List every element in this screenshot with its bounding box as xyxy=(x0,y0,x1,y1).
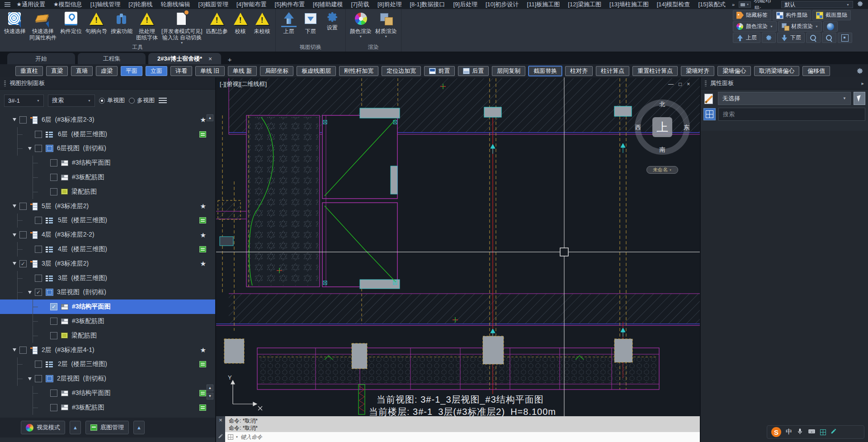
command-history[interactable]: 命令: *取消* 命令: *取消* xyxy=(225,416,700,432)
compass-south[interactable]: 南 xyxy=(635,146,690,154)
microphone-icon[interactable] xyxy=(797,428,803,437)
tool-button[interactable]: 梁墙偏心 xyxy=(717,66,751,76)
menu-item[interactable]: [12]梁施工图 xyxy=(564,0,605,9)
ribbon-mini-button[interactable]: 隐藏标签 xyxy=(733,10,771,20)
app-icon[interactable] xyxy=(5,2,10,7)
tool-button[interactable]: 平面 xyxy=(121,66,142,76)
checkbox[interactable]: ✓ xyxy=(19,260,27,267)
ribbon-mini-button[interactable] xyxy=(823,21,838,32)
ribbon-tool-button[interactable]: 校核 xyxy=(230,10,251,35)
ime-toolbox-icon[interactable] xyxy=(830,428,837,436)
menu-item[interactable]: [11]板施工图 xyxy=(523,0,564,9)
checkbox[interactable] xyxy=(19,231,27,238)
checkbox[interactable] xyxy=(35,145,42,152)
layout-select[interactable]: 默认▼ xyxy=(781,1,853,8)
tab-add-button[interactable]: + xyxy=(224,54,236,64)
ime-grid-icon[interactable] xyxy=(820,429,826,435)
tree-item[interactable]: #3板配筋图 xyxy=(0,170,215,185)
command-options-icon[interactable] xyxy=(228,434,233,440)
base-map-button[interactable]: 底图管理 xyxy=(85,421,129,434)
favorite-star-icon[interactable]: ★ xyxy=(200,203,206,209)
panel-header[interactable]: 属性面板 ▸ xyxy=(701,77,868,90)
menu-item[interactable]: [13]墙柱施工图 xyxy=(605,0,653,9)
checkbox[interactable] xyxy=(50,332,57,339)
tab-close-icon[interactable]: × xyxy=(208,55,212,62)
menu-item[interactable]: [4]智能布置 xyxy=(232,0,270,9)
tool-button[interactable]: 详看 xyxy=(170,66,192,76)
ribbon-tool-button[interactable]: 未校核 xyxy=(251,10,273,35)
checkbox[interactable] xyxy=(19,116,27,124)
ribbon-tool-button[interactable]: 快速选择 xyxy=(2,10,28,35)
minimize-icon[interactable]: — xyxy=(668,81,674,87)
checkbox[interactable] xyxy=(35,361,42,368)
expander-icon[interactable] xyxy=(11,262,18,265)
ribbon-tool-button[interactable]: 材质渲染▼ xyxy=(373,10,399,39)
ribbon-tool-button[interactable]: 下层 xyxy=(300,10,321,35)
ribbon-mini-button[interactable] xyxy=(762,33,776,43)
settings-gear-icon[interactable] xyxy=(857,0,863,9)
checkbox[interactable] xyxy=(50,404,57,411)
panel-collapse-icon[interactable]: ▸ xyxy=(861,81,864,86)
checkbox[interactable] xyxy=(50,174,57,181)
ribbon-tool-button[interactable]: 匹配总参 xyxy=(204,10,230,35)
compass-top-face[interactable]: 上 xyxy=(652,117,672,137)
menu-item[interactable]: [5]构件布置 xyxy=(271,0,309,9)
tool-button[interactable]: 垂直柱 xyxy=(15,66,43,76)
ribbon-mini-button[interactable]: 上层 xyxy=(733,33,760,43)
pick-object-button[interactable] xyxy=(854,92,865,105)
tool-button[interactable]: 刚性杆加宽 xyxy=(339,66,378,76)
expander-icon[interactable] xyxy=(26,291,33,294)
tree-item[interactable]: 5层 (楼层三维图) xyxy=(0,214,215,228)
close-icon[interactable]: × xyxy=(687,81,690,87)
view-name-button[interactable]: 未命名▼ xyxy=(646,166,678,174)
tree-search-select[interactable]: 搜索▼ xyxy=(48,95,95,107)
checkbox[interactable] xyxy=(35,275,42,282)
ribbon-tool-button[interactable]: 批处理 图纸字体 xyxy=(134,10,160,42)
command-customize-icon[interactable] xyxy=(218,432,223,441)
ribbon-mini-button[interactable]: 下层 xyxy=(777,33,805,43)
tree-item[interactable]: #3结构平面图 xyxy=(0,156,215,170)
checkbox[interactable] xyxy=(35,246,42,253)
property-grid-icon[interactable] xyxy=(703,108,716,120)
compass-north[interactable]: 北 xyxy=(635,100,690,109)
ribbon-tool-button[interactable]: 颜色渲染▼ xyxy=(348,10,373,39)
menu-mini-button[interactable]: ▼ xyxy=(739,1,751,8)
panel-expand-button[interactable]: ▲ xyxy=(133,421,145,434)
command-input[interactable]: ▼ 键入命令 xyxy=(225,432,700,442)
tab-document[interactable]: 开始 xyxy=(7,53,75,64)
tree-item[interactable]: 5层 (#3标准层2)★ xyxy=(0,199,215,214)
menu-item[interactable]: ★通用设置 xyxy=(12,0,49,9)
ribbon-tool-button[interactable]: 设置 xyxy=(321,10,343,32)
tree-item[interactable]: #3结构平面图 xyxy=(0,386,215,400)
checkbox[interactable]: ✓ xyxy=(50,303,57,310)
tree-item[interactable]: 6层 (#3标准层2-3)★ xyxy=(0,113,215,127)
property-search-input[interactable]: 搜索 xyxy=(718,108,865,121)
viewport-label[interactable]: [-][俯视][二维线框] xyxy=(220,80,267,88)
expander-icon[interactable] xyxy=(26,377,33,380)
menu-item[interactable]: [14]模型检查 xyxy=(653,0,694,9)
menu-item[interactable]: [8]前处理 xyxy=(373,0,406,9)
tab-document[interactable]: 工程集 xyxy=(78,53,146,64)
tree-item[interactable]: 2层 (楼层三维图) xyxy=(0,357,215,372)
expander-icon[interactable] xyxy=(11,233,18,237)
tool-button[interactable]: 前置 xyxy=(424,66,455,76)
ime-language-toggle[interactable]: 中 xyxy=(786,428,792,436)
tool-button[interactable]: 定位边加宽 xyxy=(382,66,421,76)
tree-item[interactable]: #3板配筋图 xyxy=(0,314,215,328)
tree-item[interactable]: ✓3层 (#3标准层2)★ xyxy=(0,257,215,271)
tree-item[interactable]: 4层 (楼层三维图) xyxy=(0,242,215,257)
tool-button[interactable]: 虚梁 xyxy=(96,66,118,76)
ribbon-tool-button[interactable]: 快速选择 同属性构件 xyxy=(28,10,58,42)
scroll-up-button[interactable]: ▲ xyxy=(207,114,213,121)
menu-item[interactable]: [9]后处理 xyxy=(449,0,481,9)
favorite-star-icon[interactable]: ★ xyxy=(200,260,206,267)
checkbox[interactable] xyxy=(35,131,42,138)
radio-multi-view[interactable]: 多视图 xyxy=(129,96,155,105)
ribbon-mini-button[interactable]: 颜色渲染▼ xyxy=(733,21,777,32)
tool-button[interactable]: 柱对齐 xyxy=(565,66,593,76)
ribbon-tool-button[interactable]: [开发者模式可见] 输入法 自动切换▼ xyxy=(160,10,204,45)
menu-item[interactable]: [15]装配式 xyxy=(694,0,730,9)
compass-east[interactable]: 东 xyxy=(684,124,689,132)
ime-logo[interactable]: S xyxy=(771,427,781,437)
menu-item[interactable]: [2]轮廓线 xyxy=(124,0,156,9)
